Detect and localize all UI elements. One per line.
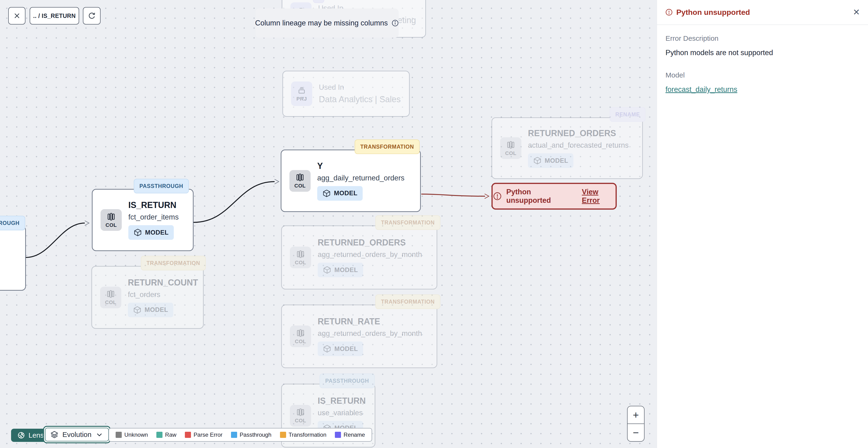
model-label: MODEL	[145, 306, 168, 313]
column-icon: COL	[290, 326, 311, 347]
panel-title-text: Python unsupported	[676, 8, 750, 17]
model-link[interactable]: forecast_daily_returns	[665, 85, 737, 94]
cube-icon	[323, 266, 331, 274]
column-icon: COL	[100, 287, 121, 308]
model-chip: MODEL	[317, 186, 363, 201]
model-chip: MODEL	[528, 153, 574, 168]
legend-label: Transformation	[289, 431, 327, 438]
model-label: MODEL	[334, 345, 358, 353]
python-unsupported-error-node[interactable]: Python unsupported View Error	[492, 183, 617, 210]
legend-label: Rename	[344, 431, 365, 438]
legend-swatch-rename	[335, 432, 341, 438]
node-title: IS_RETURN	[128, 200, 179, 210]
legend-item-unknown: Unknown	[116, 431, 148, 438]
lineage-node-used-in-sales[interactable]: PRJ Used In Data Analytics | Sales	[282, 71, 410, 117]
col-label: COL	[505, 150, 517, 156]
zoom-in-button[interactable]: +	[627, 406, 644, 424]
node-subtitle: actual_and_forecasted_returns	[528, 141, 628, 150]
column-icon: COL	[290, 405, 311, 426]
zoom-out-button[interactable]: −	[627, 424, 644, 441]
chevron-down-icon	[95, 430, 103, 439]
node-subtitle: agg_returned_orders_by_month	[318, 329, 422, 338]
panel-title: Python unsupported	[665, 8, 750, 17]
legend-swatch-parse-error	[185, 432, 191, 438]
column-icon: COL	[100, 209, 122, 231]
model-label: MODEL	[334, 189, 358, 197]
lineage-node-y[interactable]: TRANSFORMATION COL Y agg_daily_returned_…	[281, 150, 421, 212]
lineage-node-upstream-is-return[interactable]: PASSTHROUGH IS_RETURN stg_order_items MO…	[0, 226, 26, 291]
panel-close-icon[interactable]: ✕	[853, 8, 860, 17]
model-label: MODEL	[334, 266, 358, 274]
lineage-canvas[interactable]: PRJ Used In Data Analytics | Marketing P…	[0, 0, 657, 448]
model-chip: MODEL	[318, 263, 363, 277]
legend-swatch-raw	[156, 432, 162, 438]
node-title: RETURNED_ORDERS	[318, 238, 422, 247]
model-label: MODEL	[145, 229, 168, 236]
legend-item-transformation: Transformation	[280, 431, 327, 438]
legend-item-raw: Raw	[156, 431, 176, 438]
rename-badge: RENAME	[610, 107, 646, 122]
lineage-node-returned-orders-forecasted[interactable]: RENAME COL RETURNED_ORDERS actual_and_fo…	[492, 117, 643, 179]
passthrough-badge: PASSTHROUGH	[319, 374, 375, 388]
warning-text: Column lineage may be missing columns	[255, 19, 388, 27]
columns-icon	[295, 173, 305, 182]
legend-item-passthrough: Passthrough	[231, 431, 272, 438]
node-title: RETURN_COUNT	[128, 278, 198, 288]
breadcrumb[interactable]: .. / IS_RETURN	[30, 7, 79, 25]
node-subtitle: fct_order_items	[128, 213, 179, 221]
panel-body: Error Description Python models are not …	[657, 25, 868, 103]
error-description-label: Error Description	[665, 34, 860, 42]
node-title: IS_RETURN	[318, 396, 366, 406]
legend-label: Passthrough	[240, 431, 272, 438]
node-subtitle: fct_orders	[128, 291, 198, 299]
model-label: MODEL	[545, 157, 568, 165]
zoom-control: + −	[627, 406, 645, 442]
columns-icon	[506, 140, 516, 150]
lens-selected-label: Evolution	[62, 430, 91, 439]
col-label: COL	[295, 418, 306, 424]
lineage-node-returned-orders-monthly[interactable]: TRANSFORMATION COL RETURNED_ORDERS agg_r…	[281, 226, 437, 290]
model-chip: MODEL	[128, 303, 173, 317]
column-icon: COL	[290, 247, 311, 268]
lineage-node-return-rate[interactable]: TRANSFORMATION COL RETURN_RATE agg_retur…	[281, 304, 437, 368]
project-icon: PRJ	[291, 82, 312, 106]
lineage-node-is-return[interactable]: PASSTHROUGH COL IS_RETURN fct_order_item…	[92, 189, 193, 251]
col-label: COL	[294, 183, 306, 189]
column-icon: COL	[500, 137, 521, 159]
refresh-button[interactable]	[83, 7, 100, 25]
columns-icon	[296, 328, 305, 338]
error-node-label: Python unsupported	[506, 188, 572, 205]
info-icon[interactable]	[391, 19, 399, 27]
cube-icon	[323, 345, 331, 353]
alert-circle-icon	[493, 191, 502, 201]
col-label: COL	[105, 299, 116, 305]
lineage-node-return-count[interactable]: TRANSFORMATION COL RETURN_COUNT fct_orde…	[91, 266, 204, 329]
legend-label: Unknown	[124, 431, 148, 438]
error-detail-panel: Python unsupported ✕ Error Description P…	[657, 0, 868, 448]
col-label: COL	[105, 222, 117, 228]
node-title: RETURN_RATE	[318, 317, 422, 326]
panel-header: Python unsupported ✕	[657, 0, 868, 25]
model-chip: MODEL	[128, 225, 174, 240]
columns-icon	[296, 408, 305, 417]
aperture-icon	[17, 431, 25, 439]
node-subtitle: agg_daily_returned_orders	[317, 174, 405, 182]
columns-icon	[106, 289, 115, 299]
cube-icon	[322, 189, 331, 198]
view-error-link[interactable]: View Error	[582, 188, 616, 205]
columns-icon	[296, 249, 305, 259]
node-subtitle: use_variables	[318, 409, 366, 417]
node-subtitle: Data Analytics | Sales	[319, 94, 401, 104]
lens-selector-dropdown[interactable]: Evolution	[43, 426, 111, 443]
cube-icon	[133, 228, 142, 237]
passthrough-badge: PASSTHROUGH	[0, 216, 25, 230]
columns-icon	[106, 212, 116, 221]
lens-legend: Unknown Raw Parse Error Passthrough Tran…	[108, 428, 372, 442]
transformation-badge: TRANSFORMATION	[354, 140, 420, 154]
passthrough-badge: PASSTHROUGH	[134, 179, 189, 193]
rename-badge	[313, 0, 324, 3]
model-chip: MODEL	[318, 341, 363, 356]
breadcrumb-label: .. / IS_RETURN	[33, 12, 76, 19]
close-lineage-button[interactable]	[8, 7, 25, 25]
legend-swatch-passthrough	[231, 432, 237, 438]
